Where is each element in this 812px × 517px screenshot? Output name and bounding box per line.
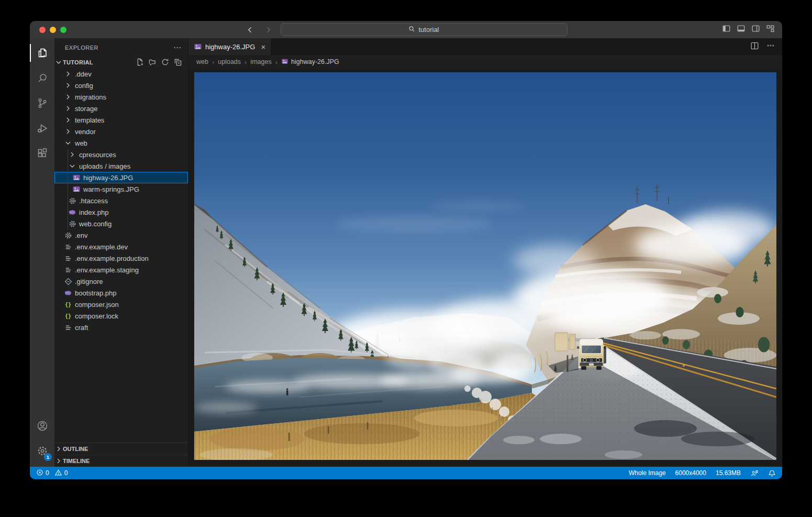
tree-item-label: storage xyxy=(72,105,97,113)
image-file-size[interactable]: 15.63MB xyxy=(716,469,741,477)
timeline-label: TIMELINE xyxy=(63,458,90,464)
workspace-name: TUTORIAL xyxy=(63,59,93,65)
new-folder-icon[interactable] xyxy=(149,58,157,67)
tree-item-htaccess[interactable]: .htaccess xyxy=(54,195,188,206)
lines-file-icon xyxy=(64,254,72,262)
tree-item-bootstrap-php[interactable]: bootstrap.php xyxy=(54,287,188,299)
toggle-secondary-sidebar-icon[interactable] xyxy=(751,24,760,35)
tree-item-ddev[interactable]: .ddev xyxy=(54,68,188,80)
explorer-title: EXPLORER xyxy=(65,45,98,51)
new-file-icon[interactable] xyxy=(136,58,144,67)
svg-text:{}: {} xyxy=(65,302,71,307)
tree-item-index-php[interactable]: index.php xyxy=(54,206,188,218)
tree-item-web[interactable]: web xyxy=(54,137,188,149)
lines-file-icon xyxy=(64,323,72,332)
tree-item-label: .env.example.staging xyxy=(72,266,139,274)
tree-item-label: web.config xyxy=(76,220,112,228)
run-debug-icon[interactable] xyxy=(30,116,54,141)
file-tree: .ddevconfigmigrationsstoragetemplatesven… xyxy=(54,68,188,333)
feedback-icon[interactable] xyxy=(750,469,759,477)
gear-file-icon xyxy=(68,196,76,205)
image-dimensions[interactable]: 6000x4000 xyxy=(675,469,706,477)
command-center-search[interactable]: tutorial xyxy=(281,23,568,36)
tree-item-env-example-production[interactable]: .env.example.production xyxy=(54,252,188,264)
tab-label: highway-26.JPG xyxy=(205,43,255,51)
toggle-panel-icon[interactable] xyxy=(737,24,746,35)
tree-item-vendor[interactable]: vendor xyxy=(54,126,188,137)
tree-item-env[interactable]: .env xyxy=(54,229,188,241)
toggle-primary-sidebar-icon[interactable] xyxy=(722,24,731,35)
tree-item-gitignore[interactable]: .gitignore xyxy=(54,276,188,287)
forward-button[interactable] xyxy=(263,25,273,35)
breadcrumb-web[interactable]: web xyxy=(196,58,208,65)
tree-item-web-config[interactable]: web.config xyxy=(54,218,188,229)
tree-item-templates[interactable]: templates xyxy=(54,114,188,126)
chevron-right-icon xyxy=(64,93,72,101)
window-controls xyxy=(30,27,66,33)
image-file-icon xyxy=(281,58,288,67)
breadcrumb-file[interactable]: highway-26.JPG xyxy=(281,58,339,67)
close-tab-icon[interactable]: × xyxy=(261,43,265,51)
minimize-window-button[interactable] xyxy=(50,27,56,33)
tree-item-env-example-staging[interactable]: .env.example.staging xyxy=(54,264,188,276)
image-preview[interactable] xyxy=(194,72,776,460)
tree-item-storage[interactable]: storage xyxy=(54,103,188,114)
split-editor-icon[interactable] xyxy=(750,41,759,52)
timeline-section[interactable]: TIMELINE xyxy=(54,455,188,467)
chevron-right-icon xyxy=(54,457,63,465)
explorer-icon[interactable] xyxy=(30,40,54,65)
warning-count: 0 xyxy=(64,469,68,477)
breadcrumb: web› uploads› images› highway-26.JPG xyxy=(188,55,782,69)
tree-item-cpresources[interactable]: cpresources xyxy=(54,149,188,160)
workspace-search-label: tutorial xyxy=(418,26,439,34)
search-sidebar-icon[interactable] xyxy=(30,65,54,91)
tree-item-label: bootstrap.php xyxy=(72,289,117,297)
outline-section[interactable]: OUTLINE xyxy=(54,443,188,455)
tree-item-composer-lock[interactable]: {}composer.lock xyxy=(54,310,188,322)
notifications-bell-icon[interactable] xyxy=(768,469,776,477)
settings-gear-icon[interactable]: 1 xyxy=(30,438,54,464)
tree-item-label: warm-springs.JPG xyxy=(81,185,139,193)
explorer-more-actions-icon[interactable]: ⋯ xyxy=(173,43,182,52)
vscode-window: tutorial xyxy=(30,21,782,479)
breadcrumb-images[interactable]: images xyxy=(250,58,271,65)
image-zoom-mode[interactable]: Whole Image xyxy=(629,469,666,477)
problems-indicator[interactable]: 0 0 xyxy=(36,469,68,478)
chevron-down-icon xyxy=(68,162,76,170)
workspace-section-header[interactable]: TUTORIAL xyxy=(54,57,188,68)
tree-item-label: .env.example.production xyxy=(72,255,149,262)
refresh-icon[interactable] xyxy=(161,58,169,67)
breadcrumb-uploads[interactable]: uploads xyxy=(218,58,241,65)
tree-item-config[interactable]: config xyxy=(54,80,188,91)
customize-layout-icon[interactable] xyxy=(766,24,775,35)
status-bar: 0 0 Whole Image 6000x4000 15.63MB xyxy=(30,467,782,479)
source-control-icon[interactable] xyxy=(30,91,54,116)
back-button[interactable] xyxy=(245,25,255,35)
git-file-icon xyxy=(64,277,72,285)
tree-item-migrations[interactable]: migrations xyxy=(54,91,188,103)
tree-item-label: .ddev xyxy=(72,70,92,78)
tree-item-highway-26-jpg[interactable]: highway-26.JPG xyxy=(54,172,188,183)
tree-item-label: composer.lock xyxy=(72,312,118,320)
tree-item-composer-json[interactable]: {}composer.json xyxy=(54,299,188,310)
tab-highway-26[interactable]: highway-26.JPG × xyxy=(188,38,271,55)
tree-item-craft[interactable]: craft xyxy=(54,322,188,333)
collapse-folders-icon[interactable] xyxy=(174,58,182,67)
chevron-right-icon xyxy=(64,127,72,136)
more-actions-icon[interactable] xyxy=(766,41,775,52)
chevron-right-icon xyxy=(54,445,63,453)
zoom-window-button[interactable] xyxy=(60,27,66,33)
lines-file-icon xyxy=(64,243,72,251)
tree-item-uploads-images[interactable]: uploads / images xyxy=(54,160,188,172)
account-icon[interactable] xyxy=(30,413,54,438)
lines-file-icon xyxy=(64,266,72,274)
tree-item-label: vendor xyxy=(72,128,96,136)
image-preview-canvas[interactable] xyxy=(188,69,782,467)
tree-item-warm-springs-jpg[interactable]: warm-springs.JPG xyxy=(54,183,188,195)
tree-item-env-example-dev[interactable]: .env.example.dev xyxy=(54,241,188,252)
close-window-button[interactable] xyxy=(39,27,46,33)
extensions-icon[interactable] xyxy=(30,141,54,166)
tree-item-label: web xyxy=(72,139,87,147)
chevron-down-icon xyxy=(54,58,63,67)
svg-text:{}: {} xyxy=(65,313,71,319)
